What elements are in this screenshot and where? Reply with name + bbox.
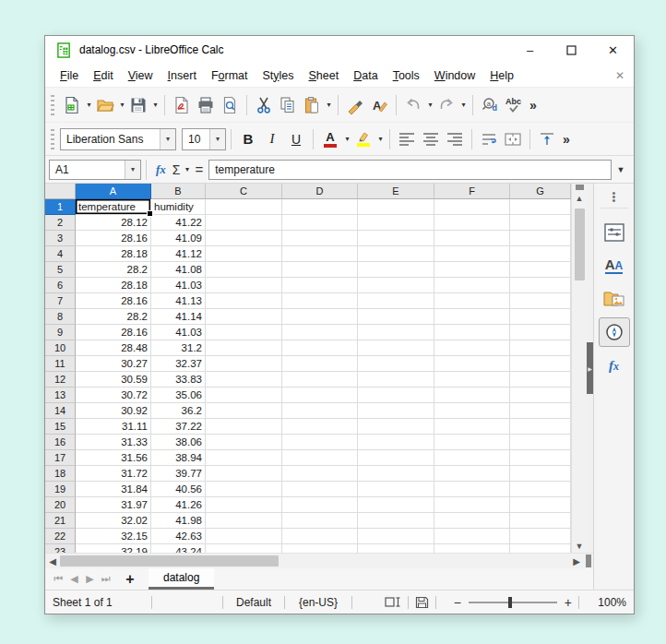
underline-button[interactable]: U (284, 126, 308, 152)
cell[interactable] (282, 419, 358, 435)
cell[interactable] (434, 372, 510, 388)
menu-view[interactable]: View (121, 66, 161, 85)
highlight-color-button[interactable] (351, 126, 375, 152)
cell[interactable] (282, 482, 358, 497)
cell[interactable] (510, 325, 571, 340)
cell[interactable] (510, 340, 571, 356)
cell[interactable] (434, 199, 510, 215)
cell[interactable] (510, 435, 571, 450)
sidebar-item-navigator[interactable] (599, 317, 630, 347)
cell[interactable] (358, 215, 434, 231)
cell[interactable]: 28.12 (76, 215, 151, 231)
cell[interactable]: humidity (151, 199, 206, 215)
cell[interactable]: 28.48 (76, 340, 151, 356)
menu-sheet[interactable]: Sheet (302, 66, 347, 85)
cell[interactable] (358, 278, 434, 293)
cell[interactable] (282, 215, 358, 231)
cell[interactable]: 41.09 (151, 231, 206, 246)
sidebar-item-gallery[interactable] (599, 284, 630, 314)
sum-dropdown[interactable]: ▾ (184, 165, 192, 173)
cell[interactable] (510, 231, 571, 246)
export-pdf-button[interactable] (170, 92, 194, 118)
cell[interactable]: 35.06 (151, 388, 206, 403)
cell[interactable]: 37.22 (151, 419, 206, 435)
row-header-13[interactable]: 13 (45, 388, 76, 403)
cell[interactable] (206, 403, 282, 419)
cell[interactable] (510, 544, 571, 553)
row-header-16[interactable]: 16 (45, 435, 76, 450)
cell[interactable] (434, 325, 510, 340)
wrap-text-button[interactable] (477, 126, 501, 152)
cell[interactable] (358, 309, 434, 325)
row-header-2[interactable]: 2 (45, 215, 76, 231)
close-document-icon[interactable]: ✕ (615, 69, 624, 82)
vertical-scrollbar[interactable]: ▲ ▼ (571, 184, 587, 553)
toolbar-overflow-button[interactable]: » (563, 132, 570, 147)
sidebar-item-functions[interactable]: fx (599, 351, 630, 380)
cell[interactable]: 41.26 (151, 497, 206, 513)
cell[interactable] (282, 403, 358, 419)
font-color-dropdown[interactable]: ▾ (343, 135, 351, 143)
cell[interactable] (434, 482, 510, 497)
cell[interactable] (206, 231, 282, 246)
cell[interactable] (510, 482, 571, 497)
first-sheet-icon[interactable]: ⏮ (51, 573, 66, 585)
cell[interactable] (282, 372, 358, 388)
cell[interactable]: 28.18 (76, 246, 151, 262)
zoom-slider-thumb[interactable] (508, 597, 512, 608)
cell[interactable] (282, 340, 358, 356)
cell[interactable] (358, 513, 434, 529)
menu-file[interactable]: File (53, 66, 86, 85)
selected-cell-A1[interactable]: temperature (76, 199, 151, 215)
find-replace-button[interactable]: a d (478, 92, 502, 118)
cell[interactable] (434, 231, 510, 246)
cell[interactable] (434, 309, 510, 325)
cell[interactable] (206, 435, 282, 450)
cell[interactable]: 43.24 (151, 544, 206, 553)
row-header-20[interactable]: 20 (45, 497, 76, 513)
column-header-D[interactable]: D (282, 184, 358, 199)
toolbar-grip[interactable] (51, 129, 54, 149)
sidebar-hide-handle[interactable]: ▶ (587, 342, 593, 394)
row-header-12[interactable]: 12 (45, 372, 76, 388)
cell[interactable] (510, 293, 571, 309)
horizontal-scroll-thumb[interactable] (60, 555, 279, 566)
redo-dropdown[interactable]: ▾ (459, 101, 468, 109)
cell[interactable] (434, 497, 510, 513)
sidebar-settings-dots-icon[interactable]: ••• (612, 184, 616, 208)
cell[interactable]: 32.37 (151, 356, 206, 372)
cell[interactable]: 31.72 (76, 466, 151, 482)
horizontal-split-handle[interactable] (586, 555, 591, 567)
redo-button[interactable] (434, 92, 458, 118)
cell[interactable] (434, 403, 510, 419)
cell[interactable]: 38.06 (151, 435, 206, 450)
row-header-22[interactable]: 22 (45, 529, 76, 544)
cell[interactable] (282, 497, 358, 513)
cell[interactable] (282, 293, 358, 309)
cell[interactable]: 28.18 (76, 278, 151, 293)
cell[interactable]: 41.14 (151, 309, 206, 325)
sum-icon[interactable]: Σ (171, 162, 183, 177)
cell[interactable] (206, 246, 282, 262)
cell[interactable]: 36.2 (151, 403, 206, 419)
row-header-5[interactable]: 5 (45, 262, 76, 278)
cell[interactable] (206, 419, 282, 435)
column-header-G[interactable]: G (510, 184, 571, 199)
cell[interactable] (206, 450, 282, 466)
row-header-15[interactable]: 15 (45, 419, 76, 435)
cell[interactable] (282, 435, 358, 450)
row-header-14[interactable]: 14 (45, 403, 76, 419)
align-center-button[interactable] (419, 126, 443, 152)
align-top-button[interactable] (535, 126, 559, 152)
cell[interactable] (206, 544, 282, 553)
new-document-button[interactable] (60, 92, 84, 118)
sheet-tab-datalog[interactable]: datalog (149, 568, 214, 590)
italic-button[interactable]: I (260, 126, 284, 152)
cell[interactable] (206, 340, 282, 356)
cell[interactable] (434, 293, 510, 309)
row-header-4[interactable]: 4 (45, 246, 76, 262)
add-sheet-button[interactable]: + (119, 571, 141, 588)
cell[interactable]: 31.33 (76, 435, 151, 450)
cell[interactable]: 31.56 (76, 450, 151, 466)
cell[interactable] (358, 293, 434, 309)
